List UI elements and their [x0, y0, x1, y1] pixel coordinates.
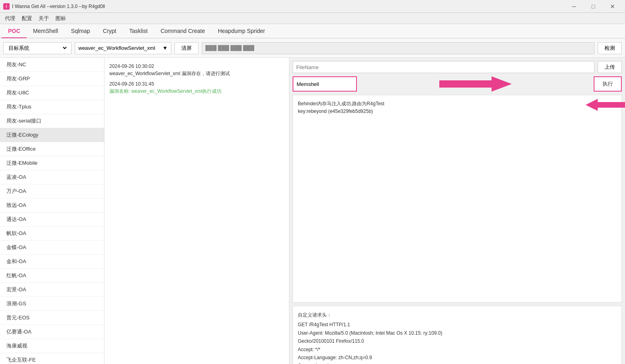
log-time-1: 2024-09-26 10:30:02	[109, 63, 284, 70]
menu-proxy[interactable]: 代理	[2, 13, 18, 24]
sidebar-item-puyuan-eos[interactable]: 普元-EOS	[0, 311, 104, 325]
sidebar-item-fanruan-oa[interactable]: 帆软-OA	[0, 227, 104, 241]
window-controls: ─ □ ✕	[565, 0, 622, 13]
sidebar-item-youyou-u8c[interactable]: 用友-U8C	[0, 86, 104, 100]
result-area: Behinder内存马注入成功,路由为R4gTest key:rebeyond …	[293, 95, 622, 303]
sidebar-item-zhiyuan-oa[interactable]: 致远-OA	[0, 198, 104, 213]
minimize-button[interactable]: ─	[565, 0, 583, 13]
app-icon: I	[3, 3, 10, 10]
app-title: I Wanna Get All --version 1.3.0 --by R4g…	[12, 4, 565, 9]
file-upload-row: 上传	[293, 61, 622, 73]
dropdown-arrow-icon: ▼	[162, 45, 168, 51]
target-system-select[interactable]: 目标系统	[3, 42, 72, 54]
memshell-row: 执行	[293, 76, 622, 92]
tab-crypt[interactable]: Crypt	[96, 25, 123, 38]
sidebar-item-wanhu-oa[interactable]: 万户-OA	[0, 184, 104, 198]
vuln-selected-text: weaver_ec_WorkflowServlet_xml	[78, 45, 155, 51]
menu-about[interactable]: 关于	[35, 13, 52, 24]
result-text: Behinder内存马注入成功,路由为R4gTest key:rebeyond …	[298, 100, 617, 115]
vuln-dropdown[interactable]: weaver_ec_WorkflowServlet_xml ▼	[75, 42, 171, 54]
url-input[interactable]	[202, 42, 594, 54]
http-info-box: 自定义请求头： GET /R4gTest HTTP/1.1 User-Agent…	[293, 306, 622, 364]
log-text-1: weaver_ec_WorkflowServlet_xml 漏洞存在，请进行测试	[109, 70, 284, 77]
sidebar-item-jinhe-oa[interactable]: 金和-OA	[0, 255, 104, 269]
clear-button[interactable]: 清屏	[174, 42, 199, 54]
sidebar-item-fanwei-emobile[interactable]: 泛微-EMobile	[0, 156, 104, 170]
log-success-2: 漏洞名称: weaver_ec_WorkflowServlet_xml执行成功	[109, 88, 284, 95]
sidebar-item-youyou-grp[interactable]: 用友-GRP	[0, 72, 104, 86]
exec-button[interactable]: 执行	[594, 76, 622, 92]
svg-marker-0	[439, 76, 512, 92]
detect-button[interactable]: 检测	[598, 42, 622, 54]
red-arrow-left-icon	[586, 99, 625, 112]
http-line-4: Accept-Language: zh-CN,zh;q=0.9	[298, 354, 617, 362]
sidebar-item-tongda-oa[interactable]: 通达-OA	[0, 213, 104, 227]
memshell-input[interactable]	[293, 76, 357, 92]
menu-bar: 代理 配置 关于 图标	[0, 13, 625, 24]
result-box: Behinder内存马注入成功,路由为R4gTest key:rebeyond …	[293, 95, 622, 303]
http-line-0: GET /R4gTest HTTP/1.1	[298, 321, 617, 329]
tab-sqlmap[interactable]: Sqlmap	[65, 25, 96, 38]
sidebar-item-youyou-nc[interactable]: 用友-NC	[0, 58, 104, 72]
sidebar-item-hongfan-oa[interactable]: 红帆-OA	[0, 269, 104, 283]
http-line-5: Connection: close	[298, 362, 617, 364]
close-button[interactable]: ✕	[603, 0, 622, 13]
filename-input[interactable]	[293, 61, 594, 73]
sidebar-item-youyou-serial[interactable]: 用友-serial接口	[0, 114, 104, 128]
log-panel: 2024-09-26 10:30:02 weaver_ec_WorkflowSe…	[105, 58, 289, 364]
http-line-2: Gecko/20100101 Firefox/115.0	[298, 337, 617, 345]
sidebar-item-langchao-gs[interactable]: 浪潮-GS	[0, 297, 104, 311]
target-system-dropdown[interactable]: 目标系统	[7, 45, 68, 51]
tab-poc[interactable]: POC	[2, 25, 27, 38]
sidebar-item-haikang[interactable]: 海康威视	[0, 339, 104, 353]
menu-config[interactable]: 配置	[18, 13, 35, 24]
tab-memshell[interactable]: MemShell	[27, 25, 64, 38]
log-entry-1: 2024-09-26 10:30:02 weaver_ec_WorkflowSe…	[109, 63, 284, 77]
http-label: 自定义请求头：	[298, 311, 617, 319]
sidebar-item-yisaitong-oa[interactable]: 亿赛通-OA	[0, 325, 104, 339]
tab-command-create[interactable]: Command Create	[154, 25, 211, 38]
upload-button[interactable]: 上传	[598, 61, 622, 73]
sidebar-item-feiqiye-fe[interactable]: 飞企互联-FE	[0, 353, 104, 364]
tab-tasklist[interactable]: Tasklist	[123, 25, 154, 38]
http-line-3: Accept: */*	[298, 346, 617, 354]
http-line-1: User-Agent: Mozilla/5.0 (Macintosh; Inte…	[298, 329, 617, 337]
red-arrow-right-icon	[439, 76, 512, 92]
log-entry-2: 2024-09-26 10:31:45 漏洞名称: weaver_ec_Work…	[109, 80, 284, 95]
right-panel: 上传 执行 Behinder内存马注入成功,路由为R4gTest key:reb…	[289, 58, 625, 364]
sidebar-item-youyou-tplus[interactable]: 用友-Tplus	[0, 100, 104, 114]
sidebar-item-jindie-oa[interactable]: 金蝶-OA	[0, 241, 104, 255]
tab-heapdump[interactable]: Heapdump Sprider	[211, 25, 272, 38]
menu-icons[interactable]: 图标	[52, 13, 69, 24]
sidebar-item-fanwei-ecology[interactable]: 泛微-ECology	[0, 128, 104, 142]
sidebar-item-hongjing-oa[interactable]: 宏景-OA	[0, 283, 104, 297]
tab-bar: POC MemShell Sqlmap Crypt Tasklist Comma…	[0, 24, 625, 39]
sidebar-item-lanjing-oa[interactable]: 蓝凌-OA	[0, 170, 104, 184]
log-time-2: 2024-09-26 10:31:45	[109, 80, 284, 88]
title-bar: I I Wanna Get All --version 1.3.0 --by R…	[0, 0, 625, 13]
sidebar: 用友-NC 用友-GRP 用友-U8C 用友-Tplus 用友-serial接口…	[0, 58, 105, 364]
annotation-arrow-icon	[586, 99, 625, 111]
toolbar: 目标系统 weaver_ec_WorkflowServlet_xml ▼ 清屏 …	[0, 39, 625, 58]
maximize-button[interactable]: □	[584, 0, 602, 13]
sidebar-item-fanwei-eoffice[interactable]: 泛微-EOffice	[0, 142, 104, 156]
main-content: 用友-NC 用友-GRP 用友-U8C 用友-Tplus 用友-serial接口…	[0, 58, 625, 364]
svg-marker-1	[586, 99, 625, 111]
